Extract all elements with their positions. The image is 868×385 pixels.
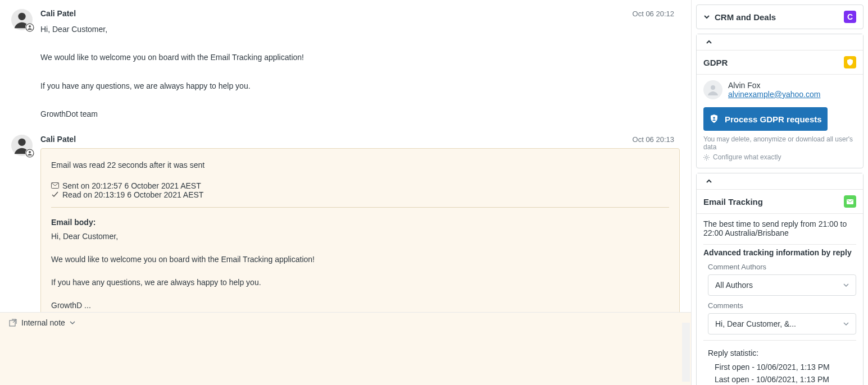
conversation-thread: Cali Patel Oct 06 20:12 Hi, Dear Custome… [0, 0, 691, 312]
collapse-button[interactable] [703, 36, 715, 48]
last-open-stat: Last open - 10/06/2021, 1:13 PM [715, 373, 856, 385]
contact-email-link[interactable]: alvinexample@yahoo.com [728, 90, 820, 99]
avatar [11, 135, 33, 156]
gdpr-panel-title: GDPR [703, 58, 728, 67]
process-gdpr-button[interactable]: Process GDPR requests [703, 107, 828, 131]
svg-point-4 [29, 25, 31, 27]
crm-app-icon: C [844, 11, 856, 23]
avatar [11, 9, 33, 30]
email-tracking-app-icon [844, 195, 856, 208]
comments-label: Comments [708, 301, 856, 310]
popout-icon [9, 319, 17, 327]
composer: Internal note [0, 312, 691, 385]
configure-link[interactable]: Configure what exactly [697, 153, 863, 168]
best-time-text: The best time to send reply from 21:00 t… [703, 219, 856, 237]
message: Cali Patel Oct 06 20:13 Email was read 2… [0, 128, 691, 312]
message: Cali Patel Oct 06 20:12 Hi, Dear Custome… [0, 2, 691, 128]
message-author: Cali Patel [40, 135, 76, 144]
email-tracking-title: Email Tracking [703, 197, 763, 207]
contact-name: Alvin Fox [728, 81, 820, 90]
reply-statistic-heading: Reply statistic: [708, 349, 856, 358]
composer-mode-selector[interactable]: Internal note [0, 313, 691, 333]
scrollbar[interactable] [682, 323, 690, 382]
first-open-stat: First open - 10/06/2021, 1:13 PM [715, 361, 856, 373]
message-body: Hi, Dear Customer, We would like to welc… [40, 22, 680, 121]
svg-point-6 [18, 139, 25, 146]
authors-select-value: All Authors [715, 281, 753, 290]
contact-avatar [703, 80, 722, 99]
message-timestamp: Oct 06 20:12 [633, 10, 674, 18]
internal-note-box: Email was read 22 seconds after it was s… [40, 148, 680, 312]
chevron-down-icon [843, 282, 849, 288]
gdpr-contact: Alvin Fox alvinexample@yahoo.com [697, 75, 863, 102]
check-icon [51, 191, 59, 199]
authors-select[interactable]: All Authors [708, 274, 856, 296]
advanced-heading: Advanced tracking information by reply [703, 248, 856, 257]
svg-point-12 [711, 85, 715, 90]
comments-select[interactable]: Hi, Dear Customer, &... [708, 313, 856, 334]
gdpr-app-icon [844, 56, 856, 68]
svg-point-1 [18, 13, 25, 20]
email-tracking-panel: Email Tracking The best time to send rep… [696, 173, 864, 385]
composer-textarea[interactable] [0, 333, 691, 378]
gdpr-help-text: You may delete, anonymize or download al… [697, 135, 863, 153]
crm-panel-header[interactable]: CRM and Deals C [697, 5, 863, 29]
message-author: Cali Patel [40, 9, 76, 18]
chevron-down-icon [70, 320, 75, 326]
svg-point-14 [706, 156, 708, 158]
chevron-down-icon [703, 13, 710, 20]
gdpr-panel: GDPR Alvin Fox alvinexample@yahoo.com Pr… [696, 34, 864, 168]
authors-label: Comment Authors [708, 263, 856, 271]
crm-panel-title: CRM and Deals [715, 12, 776, 22]
chevron-down-icon [843, 321, 849, 327]
crm-panel: CRM and Deals C [696, 4, 864, 29]
shield-user-icon [709, 114, 719, 124]
composer-mode-label: Internal note [21, 318, 65, 327]
process-gdpr-label: Process GDPR requests [725, 114, 822, 124]
gear-icon [703, 154, 710, 161]
person-badge-icon [25, 23, 34, 32]
comments-select-value: Hi, Dear Customer, &... [715, 319, 796, 328]
message-timestamp: Oct 06 20:13 [633, 135, 674, 144]
collapse-button[interactable] [703, 176, 715, 187]
svg-point-9 [29, 151, 31, 153]
person-badge-icon [25, 149, 34, 158]
sidebar: CRM and Deals C GDPR Alvin Fox alvinexam… [692, 0, 868, 385]
svg-point-13 [713, 117, 715, 118]
main-pane: Cali Patel Oct 06 20:12 Hi, Dear Custome… [0, 0, 692, 385]
envelope-icon [51, 182, 59, 189]
